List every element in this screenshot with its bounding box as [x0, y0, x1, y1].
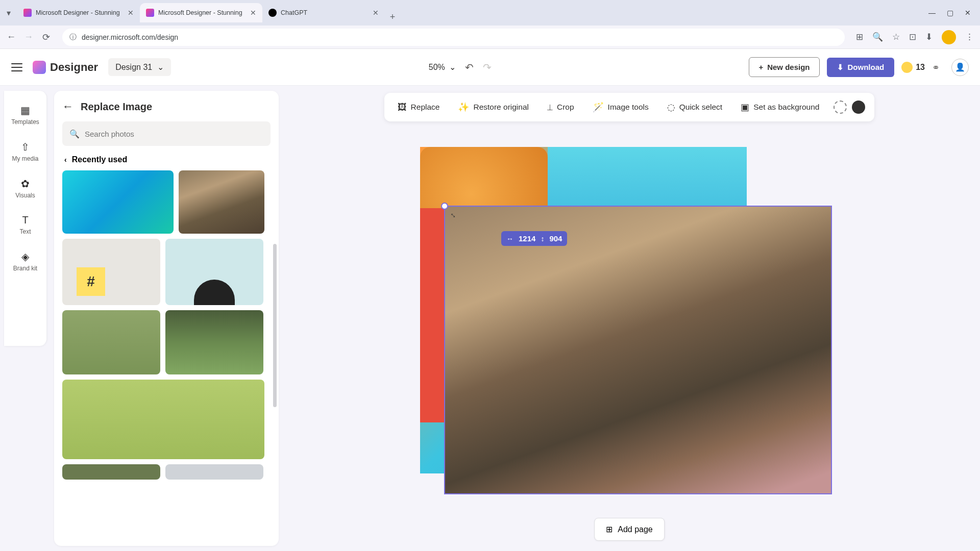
favicon-designer-icon [23, 9, 32, 17]
tab-title: Microsoft Designer - Stunning [158, 9, 246, 16]
close-window-icon[interactable]: ✕ [965, 9, 971, 17]
photo-thumb[interactable] [62, 310, 160, 374]
header-center: 50% ⌄ ↶ ↷ [429, 61, 492, 73]
tabs-container: Microsoft Designer - Stunning ✕ Microsof… [17, 3, 400, 22]
ctx-replace[interactable]: 🖼 Replace [389, 97, 448, 118]
ctx-label: Replace [411, 103, 440, 112]
ctx-restore-original[interactable]: ✨ Restore original [450, 96, 537, 118]
selected-image[interactable]: ↔ ↔ 1214 ↕ 904 [444, 206, 832, 494]
photo-thumb[interactable] [165, 464, 263, 480]
kebab-menu-icon[interactable]: ⋮ [965, 32, 974, 42]
coins-balance[interactable]: 13 [901, 62, 925, 73]
rail-templates[interactable]: ▦ Templates [4, 98, 46, 132]
browser-tab-2[interactable]: ChatGPT ✕ [262, 3, 385, 22]
ctx-set-as-background[interactable]: ▣ Set as background [732, 96, 827, 118]
back-arrow-icon[interactable]: ← [62, 100, 74, 113]
new-design-button[interactable]: + New design [749, 57, 819, 77]
photo-thumb[interactable] [62, 239, 160, 305]
install-app-icon[interactable]: ⊞ [856, 32, 863, 42]
panel-title: Replace Image [81, 101, 152, 113]
contrast-icon[interactable] [852, 101, 865, 114]
tab-title: ChatGPT [281, 9, 369, 16]
browser-tab-1[interactable]: Microsoft Designer - Stunning ✕ [140, 3, 262, 22]
rail-label: Templates [11, 118, 39, 126]
search-input[interactable] [85, 130, 263, 138]
rail-my-media[interactable]: ⇧ My media [4, 135, 46, 168]
plus-icon: + [758, 63, 763, 71]
add-page-button[interactable]: ⊞ Add page [594, 518, 665, 541]
selected-image-content [445, 207, 831, 493]
user-avatar[interactable]: 👤 [951, 59, 969, 76]
photo-thumb[interactable] [179, 170, 264, 234]
zoom-dropdown[interactable]: 50% ⌄ [429, 62, 456, 72]
puzzle-extensions-icon[interactable]: ⊡ [909, 32, 916, 42]
download-button[interactable]: ⬇ Download [827, 58, 895, 77]
hamburger-menu-icon[interactable] [11, 63, 22, 71]
new-tab-button[interactable]: + [385, 12, 400, 22]
zoom-icon[interactable]: 🔍 [872, 32, 883, 42]
close-icon[interactable]: ✕ [250, 9, 256, 17]
app-header: Designer Design 31 ⌄ 50% ⌄ ↶ ↷ + New des… [0, 49, 980, 86]
resize-handle-tl[interactable] [441, 203, 448, 210]
close-icon[interactable]: ✕ [373, 9, 379, 17]
ctx-image-tools[interactable]: 🪄 Image tools [584, 96, 657, 118]
photo-thumb[interactable] [62, 170, 174, 234]
search-icon: 🔍 [69, 129, 80, 139]
profile-avatar[interactable] [942, 30, 956, 44]
window-controls: — ▢ ✕ [928, 9, 976, 17]
ctx-label: Restore original [473, 103, 529, 112]
rail-label: Brand kit [13, 265, 37, 272]
text-icon: T [22, 214, 28, 226]
ctx-crop[interactable]: ⟂ Crop [539, 97, 582, 118]
download-label: Download [848, 63, 885, 71]
panel-header: ← Replace Image [62, 100, 271, 113]
brand-icon: ◈ [21, 251, 29, 263]
size-badge: ↔ 1214 ↕ 904 [501, 231, 567, 246]
redo-icon[interactable]: ↷ [483, 61, 492, 73]
width-icon: ↔ [506, 235, 513, 243]
ctx-label: Crop [557, 103, 574, 112]
rail-brand-kit[interactable]: ◈ Brand kit [4, 244, 46, 278]
rail-label: My media [12, 155, 38, 162]
downloads-icon[interactable]: ⬇ [925, 32, 933, 42]
recently-used-header[interactable]: ‹ Recently used [62, 155, 271, 164]
minimize-icon[interactable]: — [928, 9, 936, 17]
ctx-quick-select[interactable]: ◌ Quick select [659, 96, 730, 118]
color-swap-icon[interactable] [834, 101, 847, 114]
rail-text[interactable]: T Text [4, 208, 46, 241]
ctx-extra-icons [829, 101, 869, 114]
tab-search-icon[interactable]: ▾ [4, 8, 13, 17]
undo-icon[interactable]: ↶ [465, 61, 474, 73]
design-name-dropdown[interactable]: Design 31 ⌄ [108, 58, 171, 76]
url-text: designer.microsoft.com/design [82, 33, 178, 41]
forward-icon[interactable]: → [23, 32, 34, 42]
photo-thumb[interactable] [62, 464, 160, 480]
photo-thumb[interactable] [165, 310, 263, 374]
search-photos-box[interactable]: 🔍 [62, 121, 271, 146]
chevron-left-icon[interactable]: ‹ [64, 156, 67, 164]
close-icon[interactable]: ✕ [128, 9, 134, 17]
app-logo[interactable]: Designer [33, 61, 98, 74]
zoom-value: 50% [429, 63, 445, 72]
plus-square-icon: ⊞ [606, 524, 612, 534]
panel-scrollbar[interactable] [273, 244, 277, 407]
share-icon[interactable]: ⚭ [932, 62, 944, 73]
section-label: Recently used [72, 155, 127, 164]
person-icon: 👤 [955, 62, 965, 72]
rail-label: Visuals [15, 192, 35, 199]
site-info-icon[interactable]: ⓘ [69, 33, 77, 42]
photo-thumb[interactable] [62, 380, 264, 459]
bookmark-icon[interactable]: ☆ [892, 32, 900, 42]
coin-icon [901, 62, 913, 73]
rail-visuals[interactable]: ✿ Visuals [4, 171, 46, 205]
chevron-down-icon: ⌄ [449, 62, 456, 72]
coins-value: 13 [916, 63, 925, 72]
address-bar[interactable]: ⓘ designer.microsoft.com/design [62, 29, 845, 46]
maximize-icon[interactable]: ▢ [947, 9, 953, 17]
photo-thumb[interactable] [165, 239, 263, 305]
ctx-label: Image tools [608, 103, 649, 112]
reload-icon[interactable]: ⟳ [41, 32, 51, 43]
browser-tab-0[interactable]: Microsoft Designer - Stunning ✕ [17, 3, 140, 22]
back-icon[interactable]: ← [6, 32, 16, 42]
canvas-area[interactable]: Add a subheading body text ↔ ↔ 1214 ↕ 90… [400, 147, 859, 494]
